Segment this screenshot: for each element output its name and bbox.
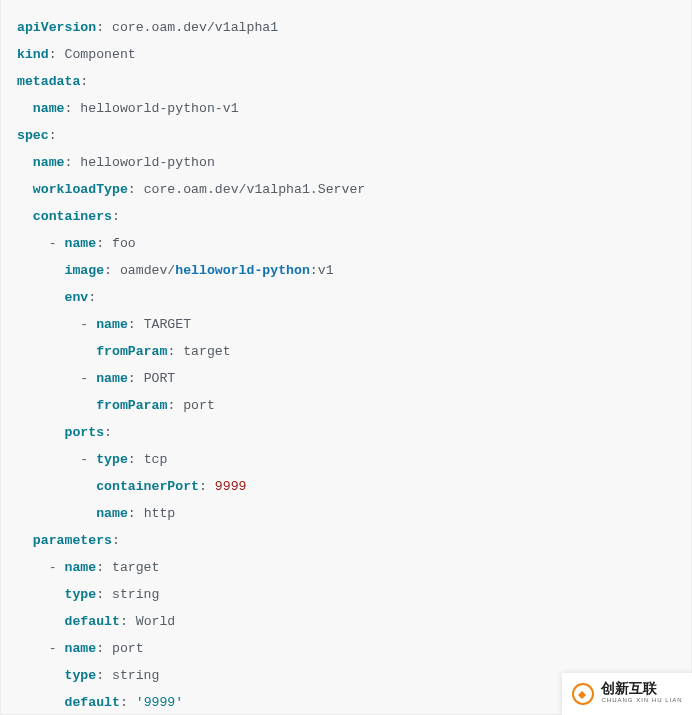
token-strB: helloworld-python <box>175 263 310 278</box>
token-key: env <box>64 290 88 305</box>
token-str: string <box>112 668 159 683</box>
code-line: parameters: <box>17 527 675 554</box>
token-str: Component <box>64 47 135 62</box>
token-punct: : <box>310 263 318 278</box>
code-line: - type: tcp <box>17 446 675 473</box>
token-key: spec <box>17 128 49 143</box>
token-key: image <box>64 263 104 278</box>
token-punct: : <box>120 695 136 710</box>
token-punct <box>17 668 64 683</box>
watermark-logo: 创新互联 CHUANG XIN HU LIAN <box>562 673 692 715</box>
code-line: ports: <box>17 419 675 446</box>
code-line: - name: port <box>17 635 675 662</box>
token-punct <box>17 425 64 440</box>
token-key: metadata <box>17 74 80 89</box>
token-punct: : <box>49 47 65 62</box>
code-line: fromParam: target <box>17 338 675 365</box>
token-punct: : <box>167 398 183 413</box>
token-punct <box>17 533 33 548</box>
code-line: spec: <box>17 122 675 149</box>
token-str: PORT <box>144 371 176 386</box>
token-dash: - <box>80 317 96 332</box>
logo-pinyin: CHUANG XIN HU LIAN <box>601 694 682 706</box>
token-key: containers <box>33 209 112 224</box>
token-punct: : <box>128 506 144 521</box>
token-key: name <box>96 317 128 332</box>
token-punct: : <box>128 452 144 467</box>
token-str: tcp <box>144 452 168 467</box>
code-line: metadata: <box>17 68 675 95</box>
code-line: containerPort: 9999 <box>17 473 675 500</box>
token-punct: : <box>128 371 144 386</box>
token-key: parameters <box>33 533 112 548</box>
code-line: - name: foo <box>17 230 675 257</box>
token-punct <box>17 344 96 359</box>
token-key: name <box>96 506 128 521</box>
token-key: name <box>64 236 96 251</box>
token-dash: - <box>80 452 96 467</box>
token-key: workloadType <box>33 182 128 197</box>
token-punct <box>17 560 49 575</box>
code-line: containers: <box>17 203 675 230</box>
token-punct <box>17 479 96 494</box>
code-line: fromParam: port <box>17 392 675 419</box>
token-punct <box>17 695 64 710</box>
token-punct: : <box>49 128 57 143</box>
token-punct <box>17 209 33 224</box>
token-key: default <box>64 614 119 629</box>
token-punct: : <box>64 155 80 170</box>
token-punct: : <box>112 533 120 548</box>
code-line: - name: target <box>17 554 675 581</box>
token-str: World <box>136 614 176 629</box>
token-key: fromParam <box>96 398 167 413</box>
token-punct: : <box>96 641 112 656</box>
code-line: env: <box>17 284 675 311</box>
code-block: apiVersion: core.oam.dev/v1alpha1kind: C… <box>0 0 692 715</box>
logo-text: 创新互联 CHUANG XIN HU LIAN <box>601 682 682 706</box>
token-punct: : <box>104 425 112 440</box>
token-key: default <box>64 695 119 710</box>
token-punct <box>17 398 96 413</box>
token-punct <box>17 236 49 251</box>
token-punct <box>17 506 96 521</box>
token-key: name <box>33 155 65 170</box>
token-punct <box>17 263 64 278</box>
token-dash: - <box>49 236 65 251</box>
token-str: port <box>183 398 215 413</box>
token-dash: - <box>49 641 65 656</box>
token-key: kind <box>17 47 49 62</box>
token-punct <box>17 452 80 467</box>
token-key: type <box>96 452 128 467</box>
token-dash: - <box>80 371 96 386</box>
token-key: type <box>64 668 96 683</box>
token-str: helloworld-python-v1 <box>80 101 238 116</box>
token-punct: : <box>96 236 112 251</box>
token-quoted: '9999' <box>136 695 183 710</box>
token-punct <box>17 641 49 656</box>
token-punct: : <box>96 560 112 575</box>
token-punct: : <box>120 614 136 629</box>
token-punct: : <box>199 479 215 494</box>
code-line: - name: PORT <box>17 365 675 392</box>
token-str: target <box>112 560 159 575</box>
code-line: name: helloworld-python-v1 <box>17 95 675 122</box>
token-str: foo <box>112 236 136 251</box>
token-punct <box>17 614 64 629</box>
code-line: image: oamdev/helloworld-python:v1 <box>17 257 675 284</box>
token-str: target <box>183 344 230 359</box>
token-key: name <box>64 641 96 656</box>
token-str: oamdev/ <box>120 263 175 278</box>
token-key: apiVersion <box>17 20 96 35</box>
code-line: default: World <box>17 608 675 635</box>
token-key: fromParam <box>96 344 167 359</box>
token-punct <box>17 290 64 305</box>
token-punct: : <box>167 344 183 359</box>
code-line: kind: Component <box>17 41 675 68</box>
code-line: - name: TARGET <box>17 311 675 338</box>
code-line: name: http <box>17 500 675 527</box>
token-key: ports <box>64 425 104 440</box>
token-punct: : <box>128 317 144 332</box>
token-str: core.oam.dev/v1alpha1 <box>112 20 278 35</box>
token-punct: : <box>104 263 120 278</box>
token-str: string <box>112 587 159 602</box>
